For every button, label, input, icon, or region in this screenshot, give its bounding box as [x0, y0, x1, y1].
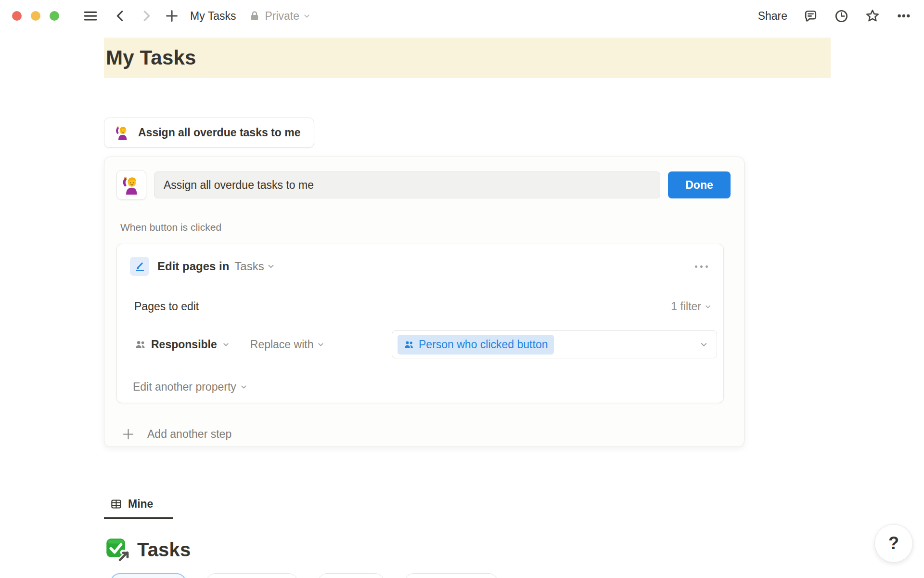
property-name: Responsible — [151, 338, 217, 351]
notion-window: My Tasks Private Share — [0, 0, 924, 578]
filter-count-selector[interactable]: 1 filter — [671, 300, 712, 313]
tab-mine[interactable]: Mine — [104, 498, 173, 519]
pages-to-edit-row: Pages to edit 1 filter — [134, 300, 712, 313]
property-selector[interactable]: Responsible — [134, 338, 230, 351]
share-button[interactable]: Share — [758, 10, 787, 23]
target-database-name: Tasks — [234, 260, 264, 273]
add-another-step-label: Add another step — [147, 428, 231, 441]
linked-database-heading: Tasks — [105, 538, 191, 562]
chevron-down-icon — [317, 341, 325, 349]
database-title[interactable]: Tasks — [137, 539, 191, 561]
operation-selector[interactable]: Replace with — [250, 338, 325, 351]
value-select[interactable]: Person who clicked button — [392, 330, 717, 358]
new-page-icon[interactable] — [164, 8, 180, 24]
filter-pill-4[interactable] — [404, 573, 498, 578]
edit-pencil-icon — [130, 257, 149, 276]
button-block-label: Assign all overdue tasks to me — [138, 126, 300, 139]
button-name-input[interactable] — [154, 171, 660, 198]
help-button[interactable]: ? — [874, 524, 913, 563]
button-name-row: Done — [116, 170, 731, 200]
link-arrow-overlay — [119, 552, 128, 561]
people-icon — [134, 339, 146, 351]
step-more-options-icon[interactable] — [692, 263, 711, 271]
back-navigation-icon[interactable] — [113, 9, 128, 23]
privacy-label[interactable]: Private — [265, 10, 299, 23]
person-value-pill: Person who clicked button — [398, 335, 554, 355]
chevron-down-icon — [222, 341, 230, 349]
updates-clock-icon[interactable] — [834, 9, 849, 24]
window-toolbar: My Tasks Private Share — [0, 0, 924, 32]
chevron-down-icon — [699, 340, 708, 349]
table-view-icon — [110, 498, 122, 510]
pages-to-edit-label: Pages to edit — [134, 300, 199, 313]
minimize-window-button[interactable] — [31, 11, 40, 21]
edit-another-property-row: Edit another property — [133, 381, 723, 394]
trigger-caption: When button is clicked — [120, 222, 221, 233]
more-options-icon[interactable] — [896, 8, 911, 24]
woman-raising-hand-emoji — [122, 175, 141, 195]
tab-mine-label: Mine — [128, 498, 153, 511]
plus-icon — [122, 428, 135, 441]
edit-pages-step-card: Edit pages in Tasks Pages to edit 1 filt… — [116, 244, 724, 403]
button-editor-panel: Done When button is clicked Edit pages i… — [104, 157, 744, 447]
view-filter-pills — [110, 573, 498, 578]
value-label: Person who clicked button — [419, 338, 548, 351]
page-title-banner: My Tasks — [104, 38, 831, 78]
operation-label: Replace with — [250, 338, 314, 351]
filter-pill-3[interactable] — [318, 573, 385, 578]
chevron-down-icon — [267, 262, 275, 271]
privacy-chevron-down-icon[interactable] — [303, 12, 311, 20]
sidebar-menu-icon[interactable] — [82, 9, 99, 23]
close-window-button[interactable] — [12, 11, 22, 21]
chevron-down-icon — [240, 383, 248, 391]
automation-button-block[interactable]: Assign all overdue tasks to me — [104, 118, 314, 148]
step-action-row: Edit pages in Tasks — [130, 257, 711, 276]
favorite-star-icon[interactable] — [865, 8, 880, 24]
database-view-tabs: Mine — [104, 498, 831, 519]
step-action-label: Edit pages in — [157, 260, 229, 273]
forward-navigation-icon[interactable] — [139, 9, 154, 23]
check-mark-button-emoji — [105, 538, 129, 562]
woman-raising-hand-emoji — [115, 125, 130, 140]
filter-pill-1[interactable] — [110, 573, 186, 578]
filter-count-label: 1 filter — [671, 300, 701, 313]
edit-another-property-button[interactable]: Edit another property — [133, 381, 248, 394]
lock-icon — [248, 10, 261, 22]
breadcrumb[interactable]: My Tasks — [190, 10, 236, 23]
people-icon — [403, 339, 414, 350]
property-edit-row: Responsible Replace with — [134, 330, 717, 358]
comments-icon[interactable] — [803, 9, 818, 24]
done-button[interactable]: Done — [668, 171, 731, 198]
button-emoji-picker[interactable] — [116, 170, 146, 200]
window-controls — [12, 11, 59, 21]
zoom-window-button[interactable] — [50, 11, 59, 21]
target-database-selector[interactable]: Tasks — [234, 260, 275, 273]
add-another-step-button[interactable]: Add another step — [122, 428, 231, 441]
edit-another-property-label: Edit another property — [133, 381, 236, 394]
filter-pill-2[interactable] — [206, 573, 298, 578]
page-title[interactable]: My Tasks — [104, 46, 196, 69]
chevron-down-icon — [704, 303, 712, 311]
